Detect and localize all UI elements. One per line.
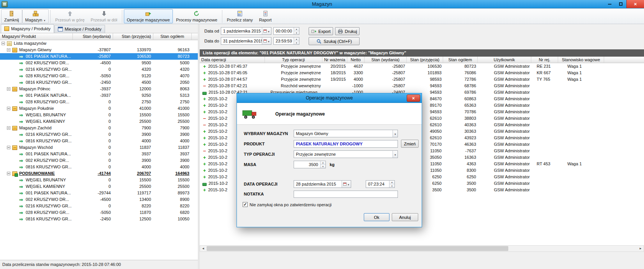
procesy-magazynowe-button[interactable]: Procesy magazynowe bbox=[173, 9, 220, 23]
tree-row[interactable]: 002 KRUSZYWO DR...-4500134008900 bbox=[0, 196, 198, 203]
ok-button[interactable]: Ok bbox=[364, 213, 389, 221]
przelicz-stany-button[interactable]: Przelicz stany bbox=[224, 9, 256, 23]
tree-row[interactable]: Magazyn Północ-3937120008063 bbox=[0, 86, 198, 92]
ops-column-header[interactable]: Stan ogółem bbox=[443, 57, 478, 63]
tree-row[interactable]: 002 KRUSZYWO DR...-450095005000 bbox=[0, 60, 198, 66]
tree-row[interactable]: 002 KRUSZYWO DR...039003900 bbox=[0, 157, 198, 164]
spin-down-icon[interactable] bbox=[294, 31, 299, 35]
spin-down-icon[interactable] bbox=[389, 184, 394, 188]
scroll-right-icon[interactable] bbox=[637, 246, 644, 251]
tree-row[interactable]: 028 KRUSZYWO GR...-5050118706820 bbox=[0, 209, 198, 216]
horizontal-scrollbar[interactable] bbox=[200, 245, 644, 252]
tree-expander-icon[interactable] bbox=[7, 87, 10, 91]
masa-spinner[interactable] bbox=[320, 161, 325, 168]
przesun-dol-button[interactable]: Przesuń w dół bbox=[88, 9, 120, 23]
ops-column-header[interactable]: Nr rej. bbox=[531, 57, 558, 63]
produkt-field[interactable]: PIASEK NATURALNY DROGOWY bbox=[294, 140, 398, 148]
ops-column-header[interactable]: Data operacji bbox=[200, 57, 265, 63]
tree-expander-icon[interactable] bbox=[2, 42, 5, 45]
tree-row[interactable]: 0816 KRUSZYWO GR...040004000 bbox=[0, 138, 198, 144]
ops-row[interactable]: 2015-10-28 07:45:05Przyjęcie zewnętrzne1… bbox=[200, 70, 644, 76]
tree-row[interactable]: 0816 KRUSZYWO GR...-24501250010050 bbox=[0, 216, 198, 222]
keep-open-checkbox[interactable] bbox=[243, 202, 248, 207]
tree-row[interactable]: Magazyn Główny-3780713397096163 bbox=[0, 47, 198, 53]
tree-row[interactable]: Magazyn Zachód079007900 bbox=[0, 125, 198, 131]
ops-column-header[interactable]: Nr ważenia bbox=[322, 57, 347, 63]
dropdown-arrow-icon[interactable]: ▼ bbox=[43, 20, 46, 22]
raport-button[interactable]: Raport bbox=[256, 9, 275, 23]
magazyn-menu-button[interactable]: Magazyn▼ bbox=[22, 9, 49, 23]
tree-expander-icon[interactable] bbox=[7, 172, 10, 175]
masa-input[interactable]: 3500 bbox=[294, 161, 326, 168]
dialog-close-button[interactable] bbox=[407, 95, 420, 102]
tree-expander-icon[interactable] bbox=[7, 146, 10, 149]
tree-row[interactable]: 0816 KRUSZYWO GR...040004000 bbox=[0, 164, 198, 170]
typ-operacji-select[interactable]: Przyjęcie zewnętrzne bbox=[294, 150, 398, 158]
maximize-button[interactable] bbox=[615, 0, 626, 8]
spin-up-icon[interactable] bbox=[320, 161, 325, 165]
calendar-dropdown-button[interactable] bbox=[262, 37, 271, 44]
magazyn-select[interactable]: Magazyn Główny bbox=[294, 130, 398, 137]
time-spinner[interactable] bbox=[389, 181, 394, 187]
calendar-dropdown-button[interactable] bbox=[342, 181, 351, 187]
dialog-titlebar[interactable]: Operacje magazynowe bbox=[237, 93, 422, 103]
tree-row[interactable]: 0816 KRUSZYWO GR...-245045002050 bbox=[0, 79, 198, 86]
spin-down-icon[interactable] bbox=[294, 41, 299, 45]
tree-row[interactable]: 0216 KRUSZYWO GR...039003900 bbox=[0, 131, 198, 138]
tab-miesiace-produkty[interactable]: Miesiące / Produkty bbox=[54, 25, 105, 33]
close-button[interactable] bbox=[626, 0, 644, 8]
minimize-button[interactable] bbox=[604, 0, 615, 8]
calendar-dropdown-button[interactable] bbox=[262, 28, 271, 34]
data-operacji-input[interactable]: 28 października 2015 bbox=[294, 180, 351, 188]
tree-column-header[interactable]: Magazyn/ Produkt bbox=[0, 33, 73, 40]
tree-row[interactable]: WĘGIEL KAMIENNY02550025500 bbox=[0, 118, 198, 125]
tree-column-header[interactable]: Stan (wydania) bbox=[73, 33, 113, 40]
date-to-input[interactable]: 31 października 2015 bbox=[221, 37, 271, 45]
ops-row[interactable]: 2015-10-28 07:45:37Przyjęcie zewnętrzne2… bbox=[200, 63, 644, 70]
ops-row[interactable]: 2015-10-28 07:44:57Przyjęcie zewnętrzne1… bbox=[200, 76, 644, 83]
tree-row[interactable]: 001 PIASEK NATURA...039373937 bbox=[0, 151, 198, 157]
ops-column-header[interactable]: Netto bbox=[347, 57, 365, 63]
time-to-input[interactable]: 23:59:59 bbox=[273, 37, 299, 45]
zamknij-button[interactable]: Zamknij bbox=[1, 9, 22, 23]
zmien-button[interactable]: Zmień bbox=[401, 140, 419, 148]
tree-row[interactable]: WĘGIEL BRUNATNY01550015500 bbox=[0, 112, 198, 118]
przesun-gore-button[interactable]: Przesuń w górę bbox=[52, 9, 87, 23]
tree-column-header[interactable]: Stan (przyjęcia) bbox=[113, 33, 153, 40]
ops-column-header[interactable]: Stanowisko wagowe bbox=[558, 57, 604, 63]
time-spinner[interactable] bbox=[294, 37, 299, 44]
ops-column-header[interactable]: Stan (przyjęcia) bbox=[407, 57, 443, 63]
tree-row[interactable]: 028 KRUSZYWO GR...-505091204070 bbox=[0, 73, 198, 79]
czas-operacji-input[interactable]: 07:23:24 bbox=[366, 180, 395, 188]
tree-row[interactable]: 001 PIASEK NATURA...-2580710653080723 bbox=[0, 53, 198, 60]
time-spinner[interactable] bbox=[294, 28, 299, 34]
ops-row[interactable]: 2015-10-28 07:42:21Rozchód wewnętrzny-10… bbox=[200, 83, 644, 89]
tab-magazyny-produkty[interactable]: Magazyny / Produkty bbox=[1, 24, 54, 33]
ops-column-header[interactable]: Użytkownik bbox=[478, 57, 531, 63]
time-from-input[interactable]: 00:00:00 bbox=[273, 27, 299, 35]
tree-row[interactable]: 001 PIASEK NATURA...-2974411971789973 bbox=[0, 190, 198, 196]
export-button[interactable]: Export bbox=[309, 27, 333, 35]
spin-up-icon[interactable] bbox=[389, 181, 394, 184]
tree-row[interactable]: Lista magazynów bbox=[0, 40, 198, 47]
ops-column-header[interactable]: Typ operacji bbox=[265, 57, 322, 63]
szukaj-button[interactable]: Szukaj (Ctrl+F) bbox=[309, 37, 360, 45]
tree-row[interactable]: WĘGIEL BRUNATNY01550015500 bbox=[0, 177, 198, 183]
tree-row[interactable]: 0216 KRUSZYWO GR...043204320 bbox=[0, 66, 198, 73]
tree-column-header[interactable]: Stan ogółem bbox=[153, 33, 192, 40]
tree-expander-icon[interactable] bbox=[7, 107, 10, 110]
tree-row[interactable]: 0216 KRUSZYWO GR...082208220 bbox=[0, 203, 198, 209]
tree-row[interactable]: PODSUMOWANIE-41744206707164963 bbox=[0, 170, 198, 177]
tree-row[interactable]: Magazyn Wschód01183711837 bbox=[0, 144, 198, 151]
scrollbar-thumb[interactable] bbox=[207, 246, 508, 251]
tree-row[interactable]: 028 KRUSZYWO GR...027502750 bbox=[0, 99, 198, 105]
spin-down-icon[interactable] bbox=[320, 165, 325, 168]
dropdown-button[interactable] bbox=[393, 130, 398, 137]
drukuj-button[interactable]: Drukuj bbox=[335, 27, 360, 35]
date-from-input[interactable]: 1 października 2015 bbox=[221, 27, 271, 35]
notatka-input[interactable] bbox=[294, 191, 398, 198]
ops-column-header[interactable]: Stan (wydania) bbox=[365, 57, 407, 63]
tree-row[interactable]: 001 PIASEK NATURA...-393792505313 bbox=[0, 92, 198, 99]
spin-up-icon[interactable] bbox=[294, 37, 299, 41]
tree-row[interactable]: Magazyn Południe04100041000 bbox=[0, 105, 198, 112]
